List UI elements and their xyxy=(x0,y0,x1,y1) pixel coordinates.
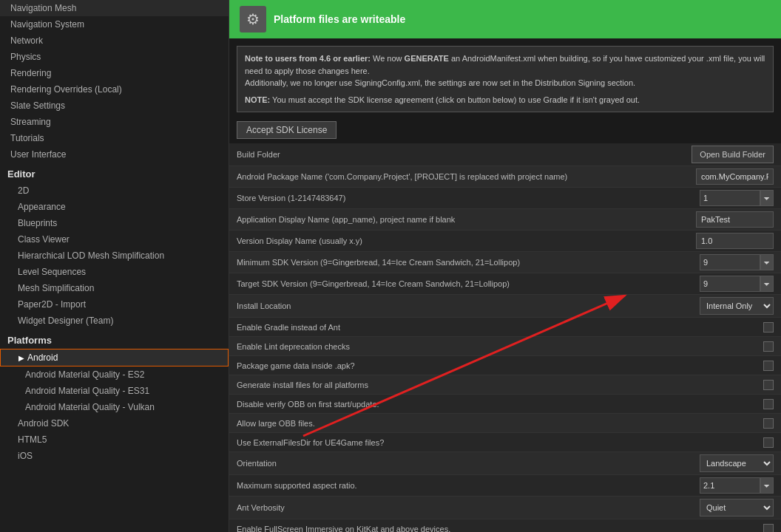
sidebar-item-android[interactable]: ▶ Android xyxy=(0,349,229,366)
version-display-input[interactable] xyxy=(696,233,774,249)
orientation-dropdown[interactable]: Landscape Portrait Sensor xyxy=(700,454,774,472)
min-sdk-input[interactable] xyxy=(700,254,760,270)
row-control-app-display-name xyxy=(692,211,774,228)
sidebar-item-blueprints[interactable]: Blueprints xyxy=(0,215,229,231)
sidebar-item-user-interface[interactable]: User Interface xyxy=(0,146,229,163)
min-sdk-spin[interactable]: ⏷ xyxy=(760,254,774,270)
banner-text: Platform files are writeable xyxy=(274,13,405,25)
row-control-ant-verbosity: Quiet Normal Verbose xyxy=(692,499,774,516)
table-row: Install Location Internal Only External … xyxy=(229,295,781,318)
row-label-external-files-dir: Use ExternalFilesDir for UE4Game files? xyxy=(237,438,692,447)
sidebar-item-slate-settings[interactable]: Slate Settings xyxy=(0,98,229,114)
row-control-package-game-data xyxy=(692,361,774,371)
row-control-build-folder: Open Build Folder xyxy=(692,146,774,163)
row-control-fullscreen-immersive xyxy=(692,524,774,533)
row-label-disable-verify-obb: Disable verify OBB on first start/update… xyxy=(237,400,692,409)
sidebar-item-android-es31[interactable]: Android Material Quality - ES31 xyxy=(0,383,229,399)
row-label-allow-large-obb: Allow large OBB files. xyxy=(237,419,692,428)
note-from-label: Note to users from 4.6 or earlier: xyxy=(245,54,371,63)
table-row: Enable Lint deprecation checks xyxy=(229,337,781,356)
table-row: Minimum SDK Version (9=Gingerbread, 14=I… xyxy=(229,252,781,273)
app-display-name-input[interactable] xyxy=(696,211,774,228)
banner-icon: ⚙ xyxy=(240,6,266,33)
sidebar-item-ios[interactable]: iOS xyxy=(0,448,229,464)
sidebar-item-rendering[interactable]: Rendering xyxy=(0,65,229,81)
max-aspect-ratio-input[interactable] xyxy=(700,477,760,494)
row-label-build-folder: Build Folder xyxy=(237,150,692,159)
accept-sdk-button[interactable]: Accept SDK License xyxy=(237,121,337,139)
row-control-target-sdk: ⏷ xyxy=(692,276,774,292)
generate-install-checkbox[interactable] xyxy=(763,380,774,390)
sidebar-item-hierarchical-lod[interactable]: Hierarchical LOD Mesh Simplification xyxy=(0,248,229,264)
fullscreen-immersive-checkbox[interactable] xyxy=(763,524,774,533)
sidebar-item-android-vulkan[interactable]: Android Material Quality - Vulkan xyxy=(0,399,229,415)
table-row: Application Display Name (app_name), pro… xyxy=(229,209,781,231)
row-control-enable-lint xyxy=(692,341,774,352)
row-control-orientation: Landscape Portrait Sensor xyxy=(692,454,774,472)
row-label-target-sdk: Target SDK Version (9=Gingerbread, 14=Ic… xyxy=(237,279,692,288)
table-row: Disable verify OBB on first start/update… xyxy=(229,395,781,414)
sidebar-item-html5[interactable]: HTML5 xyxy=(0,432,229,448)
target-sdk-input[interactable] xyxy=(700,276,760,292)
sidebar-item-android-sdk[interactable]: Android SDK xyxy=(0,415,229,432)
editor-section-header: Editor xyxy=(0,163,229,183)
table-row: Package game data inside .apk? xyxy=(229,356,781,375)
sidebar-item-android-es2[interactable]: Android Material Quality - ES2 xyxy=(0,366,229,383)
package-game-data-checkbox[interactable] xyxy=(763,361,774,371)
sidebar-item-physics[interactable]: Physics xyxy=(0,49,229,65)
enable-lint-checkbox[interactable] xyxy=(763,341,774,352)
sidebar-item-level-sequences[interactable]: Level Sequences xyxy=(0,264,229,280)
ant-verbosity-dropdown[interactable]: Quiet Normal Verbose xyxy=(700,499,774,516)
sidebar-item-navigation-system[interactable]: Navigation System xyxy=(0,16,229,33)
install-location-dropdown[interactable]: Internal Only External Auto xyxy=(700,297,774,315)
row-label-install-location: Install Location xyxy=(237,301,692,310)
row-control-disable-verify-obb xyxy=(692,399,774,409)
sidebar-item-tutorials[interactable]: Tutorials xyxy=(0,130,229,146)
row-control-install-location: Internal Only External Auto xyxy=(692,297,774,315)
row-control-generate-install xyxy=(692,380,774,390)
store-version-input[interactable] xyxy=(700,190,760,206)
sidebar-item-rendering-overrides[interactable]: Rendering Overrides (Local) xyxy=(0,81,229,98)
row-control-external-files-dir xyxy=(692,437,774,448)
row-label-enable-lint: Enable Lint deprecation checks xyxy=(237,342,692,351)
max-aspect-ratio-spin[interactable]: ⏷ xyxy=(760,477,774,494)
sidebar-item-2d[interactable]: 2D xyxy=(0,183,229,199)
main-scroll-area[interactable]: ⚙ Platform files are writeable Note to u… xyxy=(229,0,781,532)
sidebar-item-widget-designer[interactable]: Widget Designer (Team) xyxy=(0,313,229,329)
table-row: Allow large OBB files. xyxy=(229,414,781,433)
install-location-dropdown-wrap: Internal Only External Auto xyxy=(700,297,774,315)
note-main: Note to users from 4.6 or earlier: We no… xyxy=(245,52,765,89)
main-content-wrap: ⚙ Platform files are writeable Note to u… xyxy=(229,0,781,532)
sidebar-item-network[interactable]: Network xyxy=(0,33,229,49)
allow-large-obb-checkbox[interactable] xyxy=(763,418,774,429)
settings-table: Build Folder Open Build Folder Android P… xyxy=(229,143,781,532)
sidebar-item-paper2d[interactable]: Paper2D - Import xyxy=(0,296,229,313)
row-control-version-display xyxy=(692,233,774,249)
target-sdk-spin[interactable]: ⏷ xyxy=(760,276,774,292)
sidebar-item-streaming[interactable]: Streaming xyxy=(0,114,229,130)
note-label: NOTE: xyxy=(245,95,270,104)
sidebar-item-mesh-simplification[interactable]: Mesh Simplification xyxy=(0,280,229,296)
row-label-ant-verbosity: Ant Verbosity xyxy=(237,503,692,512)
enable-gradle-checkbox[interactable] xyxy=(763,322,774,332)
table-row: Maximum supported aspect ratio. ⏷ xyxy=(229,475,781,497)
row-label-generate-install: Generate install files for all platforms xyxy=(237,381,692,389)
row-label-enable-gradle: Enable Gradle instead of Ant xyxy=(237,323,692,332)
table-row: Enable Gradle instead of Ant xyxy=(229,318,781,337)
sidebar-item-appearance[interactable]: Appearance xyxy=(0,199,229,215)
sidebar-item-navigation-mesh[interactable]: Navigation Mesh xyxy=(0,0,229,16)
external-files-dir-checkbox[interactable] xyxy=(763,437,774,448)
table-row: Use ExternalFilesDir for UE4Game files? xyxy=(229,433,781,452)
table-row: Orientation Landscape Portrait Sensor xyxy=(229,452,781,475)
package-name-input[interactable] xyxy=(696,168,774,185)
row-control-enable-gradle xyxy=(692,322,774,332)
row-control-store-version: ⏷ xyxy=(692,190,774,206)
open-build-folder-button[interactable]: Open Build Folder xyxy=(692,146,774,163)
store-version-spin[interactable]: ⏷ xyxy=(760,190,774,206)
disable-verify-obb-checkbox[interactable] xyxy=(763,399,774,409)
sidebar-item-class-viewer[interactable]: Class Viewer xyxy=(0,231,229,248)
note-box: Note to users from 4.6 or earlier: We no… xyxy=(237,46,774,112)
row-label-store-version: Store Version (1-2147483647) xyxy=(237,194,692,202)
row-label-package-name: Android Package Name ('com.Company.Proje… xyxy=(237,172,692,181)
row-control-max-aspect-ratio: ⏷ xyxy=(692,477,774,494)
